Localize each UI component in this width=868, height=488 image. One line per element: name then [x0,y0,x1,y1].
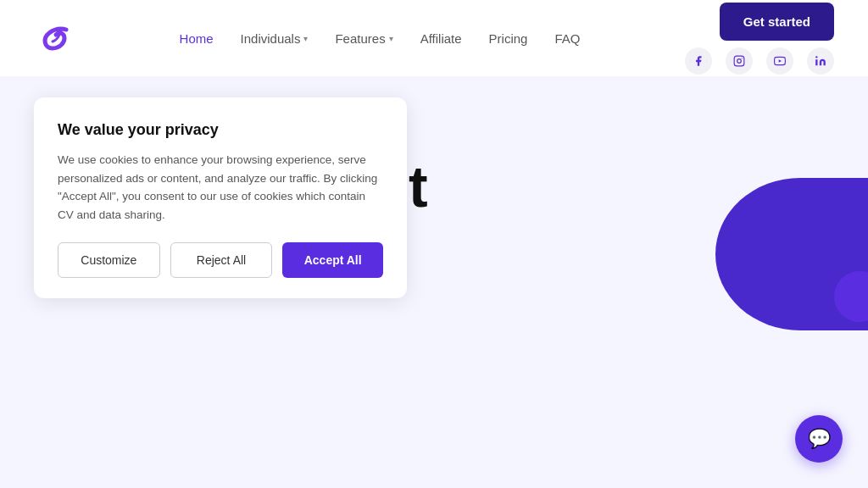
navbar: Home Individuals ▾ Features ▾ Affiliate … [0,0,868,76]
chat-bubble-button[interactable]: 💬 [795,415,843,463]
nav-pricing[interactable]: Pricing [489,31,528,46]
nav-individuals[interactable]: Individuals ▾ [241,31,309,46]
svg-point-2 [742,58,743,58]
nav-links: Home Individuals ▾ Features ▾ Affiliate … [180,31,581,46]
get-started-button[interactable]: Get started [720,3,834,41]
cookie-buttons: Customize Reject All Accept All [58,242,383,278]
nav-affiliate[interactable]: Affiliate [420,31,462,46]
cookie-banner: We value your privacy We use cookies to … [34,97,407,298]
chevron-down-icon: ▾ [389,34,393,43]
nav-right: Get started [685,3,834,75]
social-icons [685,47,834,75]
nav-home[interactable]: Home [180,31,214,46]
nav-features[interactable]: Features ▾ [335,31,392,46]
cookie-title: We value your privacy [58,121,383,139]
chevron-down-icon: ▾ [303,34,308,43]
svg-point-4 [815,56,817,58]
svg-marker-3 [779,59,782,63]
svg-rect-0 [734,56,744,66]
nav-faq[interactable]: FAQ [554,31,580,46]
cookie-text: We use cookies to enhance your browsing … [58,151,383,224]
customize-button[interactable]: Customize [58,242,160,278]
instagram-icon[interactable] [726,47,753,75]
youtube-icon[interactable] [766,47,793,75]
chat-icon: 💬 [808,428,831,450]
reject-all-button[interactable]: Reject All [170,242,273,278]
linkedin-icon[interactable] [807,47,834,75]
svg-point-1 [737,58,742,63]
facebook-icon[interactable] [685,47,712,75]
accept-all-button[interactable]: Accept All [282,242,383,278]
logo[interactable] [34,18,75,58]
